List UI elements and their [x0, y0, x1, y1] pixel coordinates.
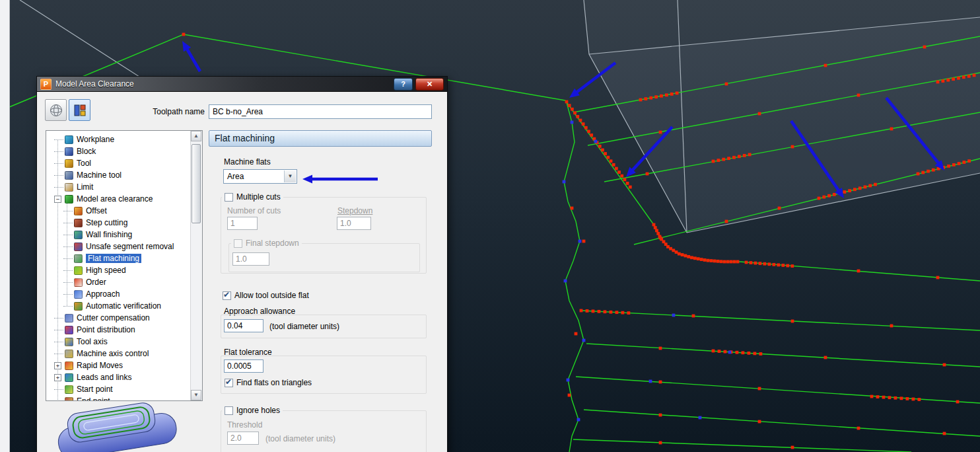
tree-item-label: Start point [77, 385, 113, 394]
chevron-down-icon[interactable]: ▼ [284, 170, 296, 182]
tree-connector [54, 354, 63, 354]
colored-blocks-icon [73, 103, 87, 118]
scrollbar-thumb[interactable] [192, 144, 201, 223]
tree-item-tool[interactable]: Tool [46, 157, 191, 169]
machine-flats-select[interactable]: Area ▼ [223, 169, 297, 184]
tree-connector [54, 389, 63, 390]
expand-toggle-icon[interactable]: + [54, 374, 61, 381]
tree-item-order[interactable]: Order [46, 276, 191, 288]
wall-finishing-icon [74, 231, 83, 239]
tree-item-label: Cutter compensation [77, 313, 150, 322]
tree-connector [54, 318, 63, 319]
toolpath-preview-graphic [52, 400, 184, 452]
toolpath-name-input[interactable] [209, 104, 432, 119]
tree-item-leads-and-links[interactable]: +Leads and links [46, 371, 191, 383]
tree-item-point-distribution[interactable]: Point distribution [46, 324, 191, 336]
multiple-cuts-checkbox[interactable]: Multiple cuts [222, 192, 283, 202]
dialog-titlebar[interactable]: P Model Area Clearance ? ✕ [37, 77, 447, 92]
tree-item-label: Limit [77, 182, 93, 192]
ignore-holes-checkbox[interactable]: Ignore holes [222, 406, 283, 415]
tree-item-rapid-moves[interactable]: +Rapid Moves [46, 359, 191, 371]
limit-icon [65, 183, 73, 192]
tool-axis-icon [65, 338, 73, 346]
tree-connector [63, 306, 73, 307]
tree-item-label: Point distribution [77, 325, 135, 334]
checkbox-box [223, 291, 231, 300]
checkbox-box [225, 406, 233, 415]
tree-item-unsafe-segment-removal[interactable]: Unsafe segment removal [46, 241, 191, 252]
close-button[interactable]: ✕ [415, 78, 444, 91]
rapid-moves-icon [65, 361, 73, 370]
tree-item-machine-axis-control[interactable]: Machine axis control [46, 348, 191, 359]
tree-item-label: Rapid Moves [77, 361, 123, 370]
tree-item-label: Unsafe segment removal [86, 242, 174, 251]
tree-rows: WorkplaneBlockToolMachine toolLimit−Mode… [46, 131, 191, 400]
tree-item-wall-finishing[interactable]: Wall finishing [46, 229, 191, 241]
checkbox-label: Allow tool outside flat [234, 291, 309, 300]
cutter-compensation-icon [65, 314, 73, 322]
tree-item-label: Machine axis control [77, 349, 149, 358]
left-toolbar-strip [0, 0, 10, 452]
tree-item-limit[interactable]: Limit [46, 181, 191, 193]
tree-item-label: Model area clearance [77, 194, 153, 204]
settings-tree[interactable]: WorkplaneBlockToolMachine toolLimit−Mode… [46, 130, 203, 401]
tree-item-step-cutting[interactable]: Step cutting [46, 217, 191, 229]
tree-item-high-speed[interactable]: High speed [46, 264, 191, 276]
tree-item-model-area-clearance[interactable]: −Model area clearance [46, 193, 191, 205]
threshold-label: Threshold [227, 420, 262, 430]
tree-item-start-point[interactable]: Start point [46, 383, 191, 395]
stepdown-label: Stepdown [337, 206, 372, 215]
tree-item-offset[interactable]: Offset [46, 205, 191, 217]
tree-item-tool-axis[interactable]: Tool axis [46, 336, 191, 348]
tree-item-block[interactable]: Block [46, 145, 191, 157]
tree-item-flat-machining[interactable]: Flat machining [46, 252, 191, 264]
tree-item-end-point[interactable]: End point [46, 395, 191, 401]
checkbox-box [234, 239, 242, 248]
tree-connector [63, 258, 73, 259]
tree-connector [54, 151, 63, 152]
scroll-down-icon[interactable]: ▼ [191, 390, 201, 400]
unsafe-segment-removal-icon [74, 243, 83, 251]
threshold-input [227, 432, 259, 445]
machine-flats-label: Machine flats [224, 157, 271, 167]
expand-toggle-icon[interactable]: + [54, 362, 61, 369]
find-flats-on-triangles-checkbox[interactable]: Find flats on triangles [225, 378, 312, 387]
point-distribution-icon [65, 326, 73, 334]
help-button[interactable]: ? [394, 78, 413, 91]
flat-tolerance-input[interactable] [224, 359, 263, 373]
approach-allowance-input[interactable] [224, 319, 263, 332]
scroll-up-icon[interactable]: ▲ [191, 131, 201, 141]
tree-item-automatic-verification[interactable]: Automatic verification [46, 300, 191, 312]
offset-icon [74, 207, 83, 215]
machine-tool-icon [65, 171, 73, 180]
view-sphere-button[interactable] [45, 99, 67, 121]
allow-tool-outside-flat-checkbox[interactable]: Allow tool outside flat [223, 291, 309, 300]
tree-connector [54, 342, 63, 342]
tree-scrollbar[interactable]: ▲ ▼ [190, 131, 202, 400]
threshold-units-note: (tool diameter units) [265, 434, 335, 443]
toolpath-components-button[interactable] [69, 99, 90, 121]
tree-item-cutter-compensation[interactable]: Cutter compensation [46, 312, 191, 324]
tree-connector [63, 282, 73, 283]
checkbox-label: Multiple cuts [236, 192, 281, 202]
tree-item-label: Wall finishing [86, 230, 132, 239]
tree-connector [63, 235, 73, 235]
tree-connector [54, 139, 63, 140]
tree-connector [63, 294, 73, 295]
tree-item-label: Tool [77, 159, 91, 168]
powermill-icon: P [40, 79, 52, 90]
model-area-clearance-icon [65, 195, 73, 204]
block-icon [65, 147, 73, 156]
checkbox-label: Final stepdown [246, 239, 299, 248]
tree-item-approach[interactable]: Approach [46, 288, 191, 300]
tree-item-label: Tool axis [77, 337, 108, 346]
tree-item-workplane[interactable]: Workplane [46, 133, 191, 145]
units-note: (tool diameter units) [269, 322, 339, 331]
collapse-toggle-icon[interactable]: − [54, 196, 61, 203]
tree-connector [63, 223, 73, 223]
toolpath-name-label: Toolpath name [135, 107, 205, 116]
tree-item-machine-tool[interactable]: Machine tool [46, 169, 191, 181]
number-of-cuts-input [227, 217, 258, 230]
step-cutting-icon [74, 219, 83, 227]
flat-machining-icon [74, 254, 83, 263]
